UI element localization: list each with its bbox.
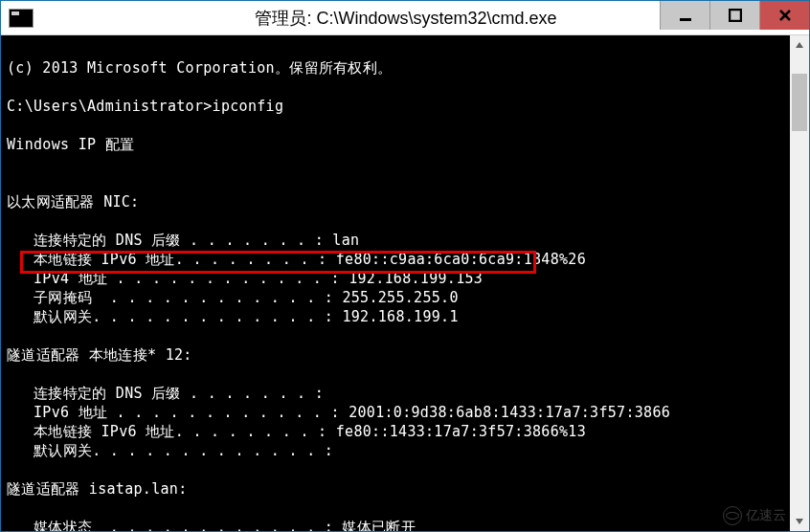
close-icon: [778, 9, 792, 22]
close-button[interactable]: [759, 1, 809, 30]
cmd-window: 管理员: C:\Windows\system32\cmd.exe (c) 201…: [0, 0, 810, 532]
scroll-track[interactable]: [790, 55, 809, 512]
scroll-thumb[interactable]: [792, 74, 807, 131]
titlebar[interactable]: 管理员: C:\Windows\system32\cmd.exe: [1, 1, 809, 35]
copyright-line: (c) 2013 Microsoft Corporation。保留所有权利。: [7, 59, 392, 77]
svg-marker-4: [796, 42, 803, 48]
tunnel12-link-local: 本地链接 IPv6 地址. . . . . . . . : fe80::1433…: [7, 423, 586, 440]
chevron-up-icon: [795, 40, 804, 50]
svg-marker-5: [796, 519, 803, 524]
window-controls: [660, 1, 809, 30]
adapter-tunnel12-title: 隧道适配器 本地连接* 12:: [7, 346, 192, 364]
adapter-isatap-title: 隧道适配器 isatap.lan:: [7, 480, 187, 498]
isatap-media-state: 媒体状态 . . . . . . . . . . . . : 媒体已断开: [7, 519, 416, 531]
vertical-scrollbar[interactable]: [790, 35, 809, 531]
minimize-button[interactable]: [660, 1, 709, 30]
svg-rect-0: [680, 18, 691, 21]
tunnel12-ipv6: IPv6 地址 . . . . . . . . . . . . : 2001:0…: [7, 404, 670, 421]
ipconfig-header: Windows IP 配置: [7, 136, 134, 153]
nic-dns-suffix: 连接特定的 DNS 后缀 . . . . . . . : lan: [7, 232, 359, 249]
tunnel12-dns-suffix: 连接特定的 DNS 后缀 . . . . . . . :: [7, 385, 324, 402]
maximize-button[interactable]: [709, 1, 759, 30]
tunnel12-gateway: 默认网关. . . . . . . . . . . . . :: [7, 442, 333, 459]
maximize-icon: [729, 9, 742, 22]
nic-gateway: 默认网关. . . . . . . . . . . . . : 192.168.…: [7, 308, 459, 325]
prompt-line: C:\Users\Administrator>ipconfig: [7, 98, 283, 115]
chevron-down-icon: [795, 517, 804, 526]
scroll-up-button[interactable]: [790, 35, 809, 55]
minimize-icon: [679, 9, 692, 22]
scroll-down-button[interactable]: [790, 512, 809, 531]
terminal-output: (c) 2013 Microsoft Corporation。保留所有权利。 C…: [1, 35, 790, 531]
cmd-icon[interactable]: [9, 9, 34, 28]
nic-link-local-ipv6: 本地链接 IPv6 地址. . . . . . . . : fe80::c9aa…: [7, 251, 586, 268]
nic-subnet: 子网掩码 . . . . . . . . . . . . : 255.255.2…: [7, 289, 459, 306]
adapter-nic-title: 以太网适配器 NIC:: [7, 193, 139, 211]
nic-ipv4: IPv4 地址 . . . . . . . . . . . . : 192.16…: [7, 270, 483, 287]
terminal-area[interactable]: (c) 2013 Microsoft Corporation。保留所有权利。 C…: [1, 35, 809, 531]
svg-rect-1: [730, 10, 741, 21]
